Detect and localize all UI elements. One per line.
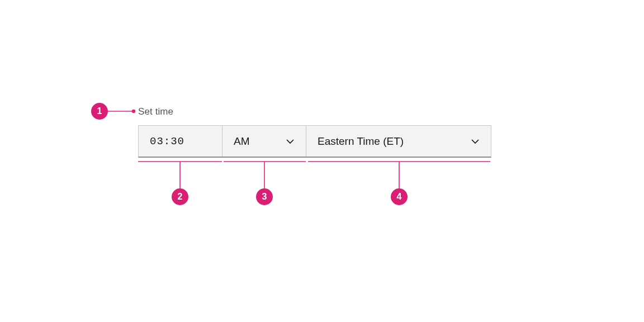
set-time-label: Set time (138, 106, 173, 117)
timezone-value: Eastern Time (ET) (318, 135, 404, 148)
annotation-badge-2: 2 (172, 188, 188, 205)
time-value: 03:30 (150, 135, 184, 148)
ampm-select[interactable]: AM (222, 126, 306, 157)
annotation-badge-4: 4 (391, 188, 408, 205)
annotation-badge-3: 3 (256, 188, 273, 205)
time-picker-group: 03:30 AM Eastern Time (ET) (138, 125, 491, 158)
annotation-wires (0, 0, 644, 322)
timezone-select[interactable]: Eastern Time (ET) (306, 126, 491, 157)
svg-point-1 (132, 110, 135, 113)
ampm-value: AM (234, 135, 250, 148)
chevron-down-icon (471, 137, 480, 146)
time-input[interactable]: 03:30 (139, 126, 222, 157)
annotation-badge-1: 1 (91, 103, 108, 120)
chevron-down-icon (286, 137, 295, 146)
